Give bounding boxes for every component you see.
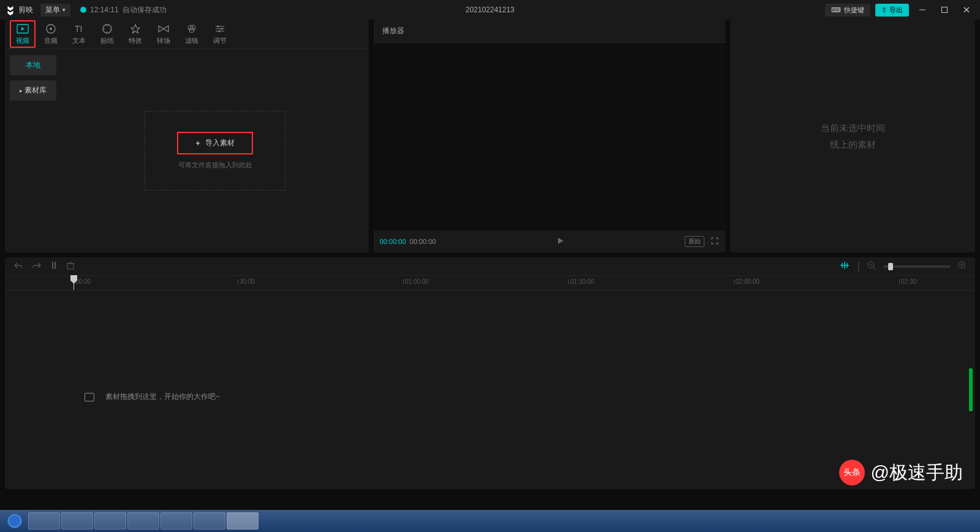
caret-right-icon: ▸ bbox=[20, 88, 23, 94]
svg-rect-0 bbox=[919, 10, 925, 10]
export-label: 导出 bbox=[889, 6, 903, 15]
tab-label: 转场 bbox=[157, 36, 170, 45]
timeline-toolbar-right: | bbox=[839, 260, 967, 273]
watermark-text: @极速手助 bbox=[871, 460, 963, 485]
tab-text[interactable]: TI 文本 bbox=[66, 20, 92, 48]
play-button[interactable] bbox=[556, 237, 565, 246]
export-icon: ⇧ bbox=[881, 6, 887, 14]
media-content: + 导入素材 可将文件直接拖入到此处 bbox=[61, 49, 369, 253]
sidebar-label: 本地 bbox=[26, 61, 40, 69]
keyboard-icon: ⌨ bbox=[831, 6, 841, 14]
video-icon bbox=[17, 23, 29, 35]
maximize-button[interactable] bbox=[936, 4, 953, 16]
task-item[interactable] bbox=[194, 512, 225, 530]
task-item[interactable] bbox=[127, 512, 159, 530]
timeline-tracks[interactable]: 素材拖拽到这里，开始你的大作吧~ bbox=[5, 291, 975, 489]
player-controls: 00:00:00 00:00:00 原始 bbox=[374, 230, 725, 253]
text-icon: TI bbox=[73, 23, 85, 35]
ruler-tick: 02:00:00 bbox=[736, 278, 760, 285]
undo-button[interactable] bbox=[13, 261, 23, 272]
task-item[interactable] bbox=[227, 512, 258, 530]
task-item[interactable] bbox=[160, 512, 192, 530]
ruler-tick: 01:00:00 bbox=[405, 278, 429, 285]
close-button[interactable] bbox=[958, 4, 975, 16]
timeline-toolbar: | bbox=[5, 257, 975, 276]
split-button[interactable] bbox=[50, 261, 58, 272]
delete-button[interactable] bbox=[66, 261, 75, 272]
tab-adjust[interactable]: 调节 bbox=[207, 20, 233, 48]
app-logo: 剪映 bbox=[5, 4, 33, 15]
tab-filter[interactable]: 滤镜 bbox=[179, 20, 205, 48]
tab-sticker[interactable]: 贴纸 bbox=[94, 20, 120, 48]
import-button[interactable]: + 导入素材 bbox=[177, 132, 252, 154]
tab-label: 视频 bbox=[16, 36, 29, 45]
fullscreen-button[interactable] bbox=[710, 237, 719, 246]
sidebar-local[interactable]: 本地 bbox=[10, 55, 56, 75]
transition-icon bbox=[157, 23, 170, 35]
chevron-down-icon: ▾ bbox=[62, 7, 66, 13]
autosave-status: 12:14:11 自动保存成功 bbox=[80, 5, 167, 15]
tab-video[interactable]: 视频 bbox=[10, 20, 36, 48]
logo-icon bbox=[5, 4, 16, 15]
tab-audio[interactable]: 音频 bbox=[38, 20, 64, 48]
tab-effect[interactable]: 特效 bbox=[123, 20, 148, 48]
zoom-thumb[interactable] bbox=[888, 263, 893, 270]
player-viewport[interactable] bbox=[374, 43, 725, 230]
tab-transition[interactable]: 转场 bbox=[151, 20, 176, 48]
time-current: 00:00:00 bbox=[380, 238, 406, 245]
taskbar bbox=[0, 510, 980, 532]
task-item[interactable] bbox=[94, 512, 126, 530]
svg-rect-13 bbox=[52, 262, 53, 269]
zoom-in-button[interactable] bbox=[958, 261, 967, 272]
export-button[interactable]: ⇧ 导出 bbox=[875, 4, 909, 17]
playhead[interactable] bbox=[74, 276, 74, 290]
import-dropzone[interactable]: + 导入素材 可将文件直接拖入到此处 bbox=[145, 111, 285, 191]
svg-rect-1 bbox=[942, 7, 948, 13]
shortcut-button[interactable]: ⌨ 快捷键 bbox=[825, 4, 870, 17]
ruler-tick: 00:00 bbox=[75, 278, 91, 285]
import-label: 导入素材 bbox=[205, 138, 235, 148]
app-name: 剪映 bbox=[18, 5, 33, 15]
media-tabs: 视频 音频 TI 文本 贴纸 特效 转场 bbox=[5, 20, 369, 49]
adjust-icon bbox=[214, 23, 226, 35]
properties-empty: 当前未选中时间 线上的素材 bbox=[821, 120, 885, 153]
zoom-out-button[interactable] bbox=[867, 261, 876, 272]
task-item[interactable] bbox=[28, 512, 60, 530]
autosave-time: 12:14:11 bbox=[90, 6, 119, 14]
ruler-tick: 02:30: bbox=[901, 278, 918, 285]
svg-point-12 bbox=[219, 31, 221, 32]
zoom-slider[interactable] bbox=[883, 265, 951, 268]
autosave-text: 自动保存成功 bbox=[123, 5, 167, 15]
tab-label: 贴纸 bbox=[100, 36, 114, 45]
sidebar-library[interactable]: ▸素材库 bbox=[10, 80, 56, 101]
watermark: @极速手助 bbox=[839, 460, 963, 485]
player-right-controls: 原始 bbox=[685, 236, 719, 247]
redo-button[interactable] bbox=[32, 261, 42, 272]
audio-icon bbox=[45, 23, 57, 35]
ratio-button[interactable]: 原始 bbox=[685, 236, 704, 247]
start-button[interactable] bbox=[2, 511, 27, 531]
import-hint: 可将文件直接拖入到此处 bbox=[178, 161, 252, 170]
marker-button[interactable] bbox=[839, 260, 850, 273]
media-panel: 视频 音频 TI 文本 贴纸 特效 转场 bbox=[5, 20, 369, 253]
svg-rect-15 bbox=[67, 264, 74, 269]
tab-label: 音频 bbox=[44, 36, 58, 45]
shortcut-label: 快捷键 bbox=[844, 6, 864, 15]
sidebar-label: 素材库 bbox=[24, 86, 47, 94]
tab-label: 滤镜 bbox=[185, 36, 198, 45]
filter-icon bbox=[186, 23, 198, 35]
sticker-icon bbox=[101, 23, 113, 35]
titlebar-right: ⌨ 快捷键 ⇧ 导出 bbox=[825, 4, 975, 17]
minimize-button[interactable] bbox=[914, 4, 931, 16]
menu-label: 菜单 bbox=[45, 5, 60, 15]
media-sidebar: 本地 ▸素材库 bbox=[5, 49, 61, 253]
track-hint: 素材拖拽到这里，开始你的大作吧~ bbox=[85, 392, 220, 402]
audio-level-meter bbox=[969, 368, 973, 411]
menu-dropdown[interactable]: 菜单 ▾ bbox=[40, 4, 70, 17]
timeline-ruler[interactable]: 00:00 30:00 01:00:00 01:30:00 02:00:00 0… bbox=[5, 276, 975, 291]
player-header: 播放器 bbox=[374, 20, 725, 43]
project-title: 202102241213 bbox=[466, 6, 514, 14]
main-area: 视频 音频 TI 文本 贴纸 特效 转场 bbox=[0, 20, 980, 253]
svg-point-10 bbox=[217, 26, 219, 28]
task-item[interactable] bbox=[61, 512, 93, 530]
